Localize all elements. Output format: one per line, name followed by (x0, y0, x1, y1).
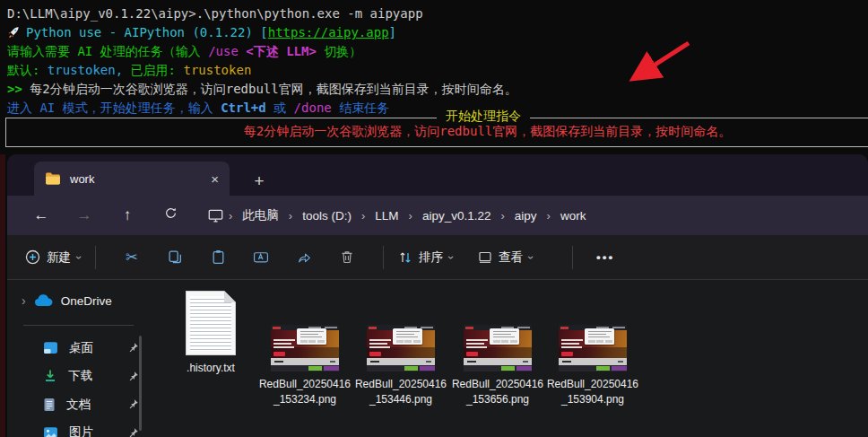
chevron-down-icon: › (525, 256, 537, 259)
terminal-line-llm-status: 默认: trustoken, 已启用: trustoken (7, 61, 868, 80)
toolbar-divider (572, 246, 573, 269)
sidebar-item-pictures[interactable]: 图片 (7, 419, 155, 437)
image-thumbnail (271, 325, 339, 371)
file-name: RedBull_20250416_153234.png (258, 377, 352, 407)
tab-close-icon[interactable]: × (211, 171, 219, 187)
sort-button-label: 排序 (419, 249, 443, 266)
terminal-line-command: D:\LLM\aipy_v0.1.22\aipy>.\python\python… (7, 4, 868, 23)
file-redbull-1[interactable]: RedBull_20250416_153234.png (258, 325, 352, 407)
sidebar-item-downloads[interactable]: 下载 (7, 363, 155, 391)
breadcrumb-separator-icon: › (227, 209, 234, 223)
new-button[interactable]: 新建 › (25, 249, 81, 266)
new-button-label: 新建 (47, 249, 71, 266)
expand-chevron-icon[interactable]: › (22, 293, 26, 308)
prompt-symbol: >> (7, 82, 30, 96)
breadcrumb-aipy[interactable]: aipy (507, 209, 545, 223)
onedrive-cloud-icon (34, 294, 53, 307)
pin-icon (128, 398, 139, 409)
aipy-link[interactable]: https://aipy.app (268, 25, 389, 39)
sidebar-scrollbar[interactable] (139, 336, 142, 431)
breadcrumb-separator-icon: › (287, 209, 294, 223)
breadcrumb-separator-icon: › (360, 209, 367, 223)
delete-button[interactable] (326, 249, 369, 265)
sidebar: › OneDrive 桌面 下载 文档 图片 (7, 280, 155, 437)
pin-icon (128, 427, 139, 437)
trash-icon (340, 249, 354, 265)
pin-icon (128, 371, 139, 381)
background-window-edge (0, 154, 5, 437)
breadcrumb-this-pc[interactable]: 此电脑 (234, 207, 287, 223)
refresh-button[interactable] (149, 206, 192, 224)
file-redbull-4[interactable]: RedBull_20250416_153904.png (546, 325, 639, 407)
breadcrumb-work[interactable]: work (552, 209, 595, 223)
copy-button[interactable] (153, 249, 196, 265)
rocket-icon (7, 25, 21, 39)
instruction-panel-title: 开始处理指令 (437, 109, 530, 125)
chevron-down-icon: › (73, 256, 85, 259)
paste-button[interactable] (196, 249, 239, 265)
forward-button[interactable]: → (63, 206, 106, 224)
tab-bar: work × + (7, 154, 868, 196)
share-button[interactable] (282, 249, 326, 265)
instruction-panel: 开始处理指令 每2分钟启动一次谷歌浏览器，访问redbull官网，截图保存到当前… (5, 118, 868, 147)
file-redbull-2[interactable]: RedBull_20250416_153446.png (354, 325, 447, 407)
folder-icon (45, 171, 61, 186)
new-tab-button[interactable]: + (247, 171, 271, 191)
terminal-line-task-input[interactable]: >> 每2分钟启动一次谷歌浏览器，访问redbull官网，截图保存到当前目录，按… (7, 80, 868, 99)
copy-icon (168, 249, 183, 265)
pictures-icon (43, 426, 58, 437)
download-icon (43, 369, 57, 383)
refresh-icon (164, 206, 178, 220)
image-thumbnail (464, 325, 532, 371)
sidebar-divider (23, 325, 134, 326)
terminal-line-banner: Python use - AIPython (0.1.22) [https://… (7, 23, 868, 42)
rename-icon (253, 249, 269, 265)
paste-icon (211, 249, 226, 265)
sort-icon (398, 250, 412, 265)
breadcrumb-separator-icon: › (545, 209, 552, 223)
tab-work[interactable]: work × (34, 162, 230, 196)
breadcrumb: › 此电脑 › tools (D:) › LLM › aipy_v0.1.22 … (201, 207, 594, 223)
image-thumbnail (559, 325, 627, 371)
sort-button[interactable]: 排序 › (398, 249, 453, 266)
navigation-bar: ← → ↑ › 此电脑 › tools (D:) › LLM › aipy_v0… (7, 196, 868, 235)
back-button[interactable]: ← (20, 206, 63, 224)
plus-circle-icon (25, 249, 40, 265)
breadcrumb-tools-d[interactable]: tools (D:) (294, 209, 360, 223)
more-options-button[interactable]: ••• (596, 250, 614, 264)
rename-button[interactable] (239, 249, 282, 265)
up-button[interactable]: ↑ (106, 206, 149, 224)
scissors-icon: ✂ (126, 249, 137, 266)
breadcrumb-llm[interactable]: LLM (367, 209, 406, 223)
chevron-down-icon: › (445, 256, 457, 259)
pin-icon (128, 342, 139, 353)
instruction-panel-text: 每2分钟启动一次谷歌浏览器，访问redbull官网，截图保存到当前目录，按时间命… (6, 124, 868, 140)
tab-label: work (70, 172, 94, 186)
view-button[interactable]: 查看 › (478, 249, 533, 266)
view-button-label: 查看 (499, 249, 523, 266)
toolbar-divider (95, 246, 96, 269)
text-file-icon (186, 291, 236, 355)
desktop-icon (43, 341, 58, 354)
sidebar-item-desktop[interactable]: 桌面 (7, 334, 155, 363)
terminal: D:\LLM\aipy_v0.1.22\aipy>.\python\python… (0, 0, 868, 118)
breadcrumb-aipy-version[interactable]: aipy_v0.1.22 (414, 209, 499, 223)
breadcrumb-separator-icon: › (407, 209, 414, 223)
file-name: RedBull_20250416_153904.png (546, 377, 639, 407)
explorer-body: › OneDrive 桌面 下载 文档 图片 (7, 280, 868, 437)
file-name: RedBull_20250416_153446.png (354, 377, 447, 407)
terminal-line-hint: 请输入需要 AI 处理的任务（输入 /use <下述 LLM> 切换） (7, 42, 868, 61)
command-bar: 新建 › ✂ 排序 › 查看 › ••• (7, 235, 868, 280)
sidebar-item-onedrive[interactable]: › OneDrive (7, 287, 155, 314)
cut-button[interactable]: ✂ (110, 249, 153, 266)
file-history-txt[interactable]: .history.txt (164, 291, 257, 376)
share-icon (297, 249, 312, 265)
document-icon (43, 398, 56, 412)
image-thumbnail (367, 325, 435, 371)
sidebar-item-documents[interactable]: 文档 (7, 390, 155, 419)
file-name: .history.txt (164, 361, 257, 376)
file-name: RedBull_20250416_153656.png (451, 377, 544, 407)
view-icon (478, 250, 492, 264)
file-redbull-3[interactable]: RedBull_20250416_153656.png (451, 325, 544, 407)
this-pc-icon (208, 209, 223, 223)
